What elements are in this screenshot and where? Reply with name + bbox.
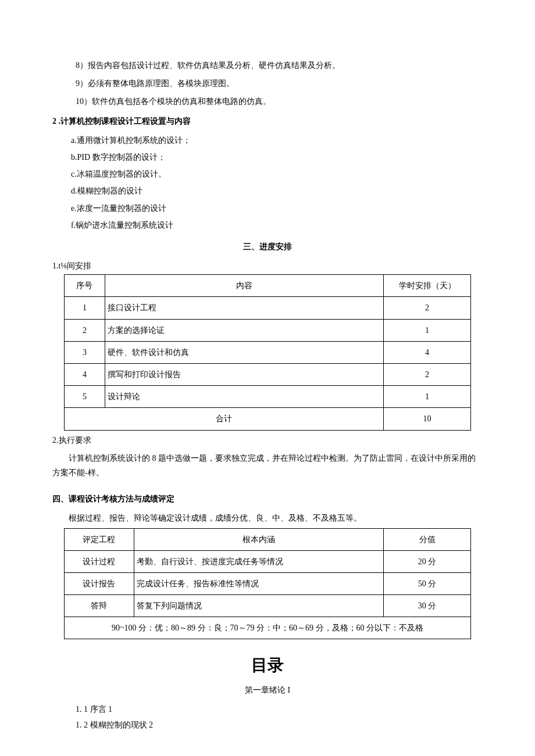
header-days: 学时安排（天） (384, 275, 471, 297)
table-total-row: 合计 10 (65, 408, 471, 430)
cell-content: 设计辩论 (105, 386, 383, 408)
cell-desc: 完成设计任务、报告标准性等情况 (134, 572, 383, 594)
total-value: 10 (384, 408, 471, 430)
cell-seq: 2 (65, 319, 105, 341)
project-item-d: d.模糊控制器的设计 (71, 184, 483, 198)
header-desc: 根本内涵 (134, 528, 383, 550)
cell-days: 2 (384, 364, 471, 386)
project-item-e: e.浓度一流量控制器的设计 (71, 201, 483, 216)
cell-seq: 1 (65, 297, 105, 319)
table-row: 5 设计辩论 1 (65, 386, 471, 408)
cell-score: 50 分 (384, 572, 471, 594)
header-content: 内容 (105, 275, 383, 297)
table-row: 4 撰写和打印设计报告 2 (65, 364, 471, 386)
cell-content: 接口设计工程 (105, 297, 383, 319)
cell-days: 1 (384, 386, 471, 408)
schedule-table: 序号 内容 学时安排（天） 1 接口设计工程 2 2 方案的选择论证 1 3 硬… (64, 274, 471, 430)
grading-footer: 90~100 分：优；80～89 分：良；70～79 分：中；60～69 分，及… (65, 617, 471, 639)
grading-table: 评定工程 根本内涵 分值 设计过程 考勤、自行设计、按进度完成任务等情况 20 … (64, 528, 471, 640)
cell-item: 设计报告 (65, 572, 134, 594)
table-row: 设计过程 考勤、自行设计、按进度完成任务等情况 20 分 (65, 550, 471, 572)
table-row: 2 方案的选择论证 1 (65, 319, 471, 341)
toc-title: 目录 (52, 651, 483, 680)
table-row: 设计报告 完成设计任务、报告标准性等情况 50 分 (65, 572, 471, 594)
exec-requirement-para: 计算机控制系统设计的 8 题中选做一题，要求独立完成，并在辩论过程中检测。为了防… (52, 451, 483, 480)
header-item: 评定工程 (65, 528, 134, 550)
table-header-row: 评定工程 根本内涵 分值 (65, 528, 471, 550)
cell-desc: 答复下列问题情况 (134, 595, 383, 617)
project-item-f: f.锅炉进水流量控制系统设计 (71, 218, 483, 232)
report-requirement-9: 9）必须有整体电路原理图、各模块原理图。 (76, 76, 483, 91)
grading-footer-row: 90~100 分：优；80～89 分：良；70～79 分：中；60～69 分，及… (65, 617, 471, 639)
section-3-title: 三、进度安排 (52, 239, 483, 254)
toc-item-1-2: 1. 2 模糊控制的现状 2 (76, 718, 483, 732)
cell-item: 答辩 (65, 595, 134, 617)
toc-item-1-1: 1. 1 序言 1 (76, 702, 483, 716)
header-score: 分值 (384, 528, 471, 550)
report-requirement-10: 10）软件仿真包括各个模块的仿真和整体电路的仿真。 (76, 94, 483, 109)
cell-content: 方案的选择论证 (105, 319, 383, 341)
cell-days: 1 (384, 319, 471, 341)
section-2-heading: 2 .计算机控制课程设计工程设置与内容 (52, 114, 483, 128)
table-header-row: 序号 内容 学时安排（天） (65, 275, 471, 297)
header-seq: 序号 (65, 275, 105, 297)
total-label: 合计 (65, 408, 384, 430)
section-4-intro: 根据过程、报告、辩论等确定设计成绩，成绩分优、良、中、及格、不及格五等。 (52, 511, 483, 525)
section-4-heading: 四、课程设计考核方法与成绩评定 (52, 492, 483, 506)
project-item-a: a.通用微计算机控制系统的设计； (71, 133, 483, 148)
cell-score: 30 分 (384, 595, 471, 617)
cell-content: 撰写和打印设计报告 (105, 364, 383, 386)
cell-content: 硬件、软件设计和仿真 (105, 341, 383, 363)
cell-seq: 4 (65, 364, 105, 386)
cell-seq: 5 (65, 386, 105, 408)
exec-requirement-heading: 2.执行要求 (52, 433, 483, 447)
cell-score: 20 分 (384, 550, 471, 572)
project-item-c: c.冰箱温度控制器的设计。 (71, 167, 483, 181)
table-row: 1 接口设计工程 2 (65, 297, 471, 319)
cell-desc: 考勤、自行设计、按进度完成任务等情况 (134, 550, 383, 572)
cell-seq: 3 (65, 341, 105, 363)
cell-days: 4 (384, 341, 471, 363)
cell-item: 设计过程 (65, 550, 134, 572)
table-row: 3 硬件、软件设计和仿真 4 (65, 341, 471, 363)
table-row: 答辩 答复下列问题情况 30 分 (65, 595, 471, 617)
report-requirement-8: 8）报告内容包括设计过程、软件仿真结果及分析、硬件仿真结果及分析。 (76, 58, 483, 73)
toc-chapter: 第一章绪论 I (52, 683, 483, 697)
project-item-b: b.PID 数字控制器的设计； (71, 150, 483, 164)
cell-days: 2 (384, 297, 471, 319)
schedule-caption: 1.t⅛间安排 (52, 259, 483, 273)
